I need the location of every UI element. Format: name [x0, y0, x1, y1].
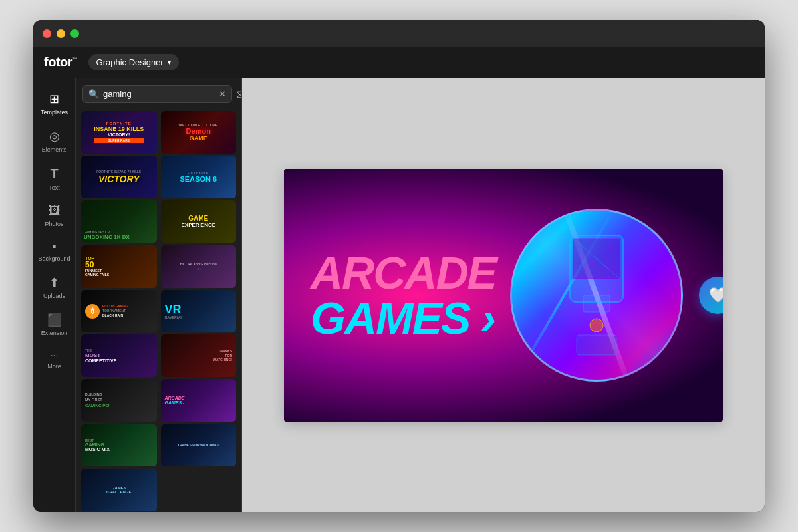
sidebar-item-background[interactable]: ▪ Background [33, 235, 75, 267]
background-icon: ▪ [53, 241, 57, 253]
arcade-text-area: ARCADE GAMES › [311, 250, 496, 340]
sidebar-label-text: Text [49, 184, 60, 191]
logo: fotor™ [44, 55, 78, 70]
heart-icon: ♡ [147, 337, 154, 346]
sidebar-item-elements[interactable]: ◎ Elements [33, 124, 75, 158]
svg-rect-4 [583, 295, 610, 312]
canvas-preview: ARCADE GAMES › [284, 169, 723, 422]
photos-icon: 🖼 [49, 204, 61, 218]
template-card[interactable]: Fortnite SEASON 6 ♡ [161, 156, 237, 198]
arcade-line2: GAMES › [311, 295, 496, 340]
uploads-icon: ⬆ [49, 275, 59, 290]
heart-icon: ♡ [226, 248, 233, 257]
app-window: fotor™ Graphic Designer ▾ ⊞ Templates ◎ … [33, 20, 765, 512]
heart-icon: ♡ [226, 203, 233, 212]
template-card[interactable]: FORTNITE INSANE 19 KILLS VICTORY! SUPER … [81, 111, 157, 154]
search-input[interactable] [103, 89, 215, 99]
heart-icon: ♡ [147, 203, 154, 212]
template-card[interactable]: THANKS FOR WATCHING! ♡ [161, 424, 237, 467]
text-icon: T [50, 166, 58, 182]
template-card[interactable]: GAMING TEST PC UNBOXING 1K DX ♡ [81, 200, 157, 243]
arcade-title: ARCADE GAMES › [311, 250, 496, 340]
templates-panel: 🔍 ✕ ⧖ FORTNITE INSANE 19 KILLS VICTORY! … [76, 78, 242, 512]
sidebar-label-extension: Extension [41, 330, 68, 336]
sidebar: ⊞ Templates ◎ Elements T Text 🖼 Photos ▪… [33, 78, 76, 512]
arcade-circle-inner [512, 211, 681, 380]
template-card[interactable]: GAMESCHALLENGE ♡ [81, 469, 157, 511]
clear-icon[interactable]: ✕ [219, 89, 226, 99]
sidebar-item-photos[interactable]: 🖼 Photos [33, 199, 75, 233]
main-content: ⊞ Templates ◎ Elements T Text 🖼 Photos ▪… [33, 78, 765, 512]
heart-icon: ♡ [226, 158, 233, 168]
arcade-arrow-icon: › [481, 293, 495, 343]
sidebar-label-photos: Photos [45, 221, 63, 227]
sidebar-item-uploads[interactable]: ⬆ Uploads [33, 270, 75, 305]
sidebar-label-elements: Elements [42, 146, 67, 153]
template-card[interactable]: BUILDING MY FIRST GAMING PC! ♡ [81, 379, 157, 422]
search-icon: 🔍 [88, 89, 99, 99]
sidebar-label-more: More [47, 363, 61, 370]
templates-grid: FORTNITE INSANE 19 KILLS VICTORY! SUPER … [76, 108, 241, 512]
template-card[interactable]: Hi, Like and Subscribe + + + ♡ [161, 245, 237, 288]
search-wrapper: 🔍 ✕ [82, 85, 232, 103]
heart-icon: ♡ [226, 293, 233, 302]
template-card[interactable]: TOP 50 FUNNIESTGAMING FAILS ♡ [81, 245, 157, 288]
template-card[interactable]: ₿ BITCOIN GAMING TOURNAMENT BLACK RAIN ♡ [81, 290, 157, 332]
maximize-button[interactable] [70, 29, 79, 38]
titlebar [33, 20, 765, 47]
arcade-cabinet-svg [537, 222, 656, 368]
heart-icon: ♡ [147, 293, 154, 302]
extension-icon: ⬛ [47, 313, 62, 327]
templates-icon: ⊞ [49, 92, 59, 106]
template-card[interactable]: ARCADE GAMES › ♡ [161, 379, 237, 422]
sidebar-label-templates: Templates [41, 109, 68, 116]
template-card[interactable]: BEST GAMING MUSIC MIX ♡ [81, 424, 157, 467]
close-button[interactable] [43, 29, 51, 38]
arcade-circle [510, 209, 683, 382]
svg-rect-6 [577, 335, 616, 355]
template-card[interactable]: WELCOME TO THE Demon GAME ♡ [161, 111, 237, 154]
sidebar-item-more[interactable]: ··· More [33, 344, 75, 375]
heart-icon: ♡ [147, 248, 154, 257]
sidebar-item-templates[interactable]: ⊞ Templates [33, 86, 75, 121]
template-card[interactable]: FORTNITE INSANE 79 KILLS VICTORY ♡ [81, 156, 157, 198]
svg-point-5 [590, 319, 603, 332]
heart-icon: ♡ [147, 382, 154, 391]
heart-icon: ♡ [147, 114, 154, 123]
tool-dropdown[interactable]: Graphic Designer ▾ [88, 54, 179, 70]
template-card[interactable]: THANKS FOR WATCHING! ♡ [161, 334, 237, 377]
heart-icon: ♡ [147, 158, 154, 168]
canvas-frame: ARCADE GAMES › [284, 169, 723, 422]
heart-icon: ♡ [147, 471, 154, 481]
sidebar-label-background: Background [38, 255, 70, 262]
more-icon: ··· [51, 350, 59, 360]
template-card[interactable]: VR GAMEPLAY ♡ [161, 290, 237, 332]
search-bar: 🔍 ✕ ⧖ [76, 78, 241, 108]
minimize-button[interactable] [57, 29, 65, 38]
heart-icon: ♡ [226, 114, 233, 123]
heart-icon: ♡ [226, 427, 233, 436]
chevron-down-icon: ▾ [168, 59, 171, 66]
sidebar-label-uploads: Uploads [43, 293, 65, 299]
heart-bookmark-icon: 🤍 [709, 287, 724, 304]
sidebar-item-extension[interactable]: ⬛ Extension [33, 307, 75, 342]
sidebar-item-text[interactable]: T Text [33, 161, 75, 196]
canvas-area: ARCADE GAMES › [242, 78, 765, 512]
elements-icon: ◎ [49, 129, 60, 144]
template-card[interactable]: GAME EXPERIENCE ♡ [161, 200, 237, 243]
app-header: fotor™ Graphic Designer ▾ [33, 47, 765, 78]
template-card[interactable]: THE MOST COMPETITIVE ♡ [81, 334, 157, 377]
arcade-line1: ARCADE [311, 250, 496, 295]
heart-icon: ♡ [226, 337, 233, 346]
filter-icon[interactable]: ⧖ [236, 88, 242, 100]
heart-icon: ♡ [147, 427, 154, 436]
heart-icon: ♡ [226, 382, 233, 391]
